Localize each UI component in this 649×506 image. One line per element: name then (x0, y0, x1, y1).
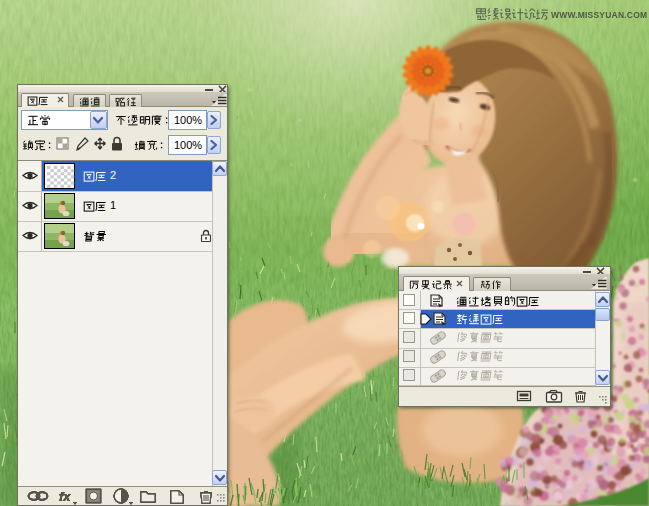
svg-text:fx: fx (59, 489, 71, 504)
